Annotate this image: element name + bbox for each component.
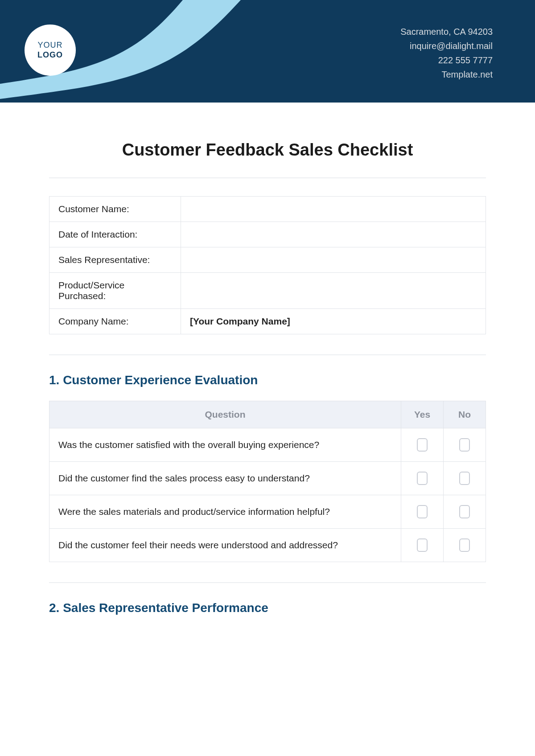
col-no: No bbox=[444, 401, 486, 428]
table-row: Were the sales materials and product/ser… bbox=[49, 495, 486, 529]
divider bbox=[49, 177, 486, 178]
divider bbox=[49, 354, 486, 355]
table-row: Customer Name: bbox=[49, 197, 486, 222]
table-header-row: Question Yes No bbox=[49, 401, 486, 428]
table-row: Did the customer find the sales process … bbox=[49, 462, 486, 495]
question-text: Did the customer find the sales process … bbox=[49, 462, 401, 495]
checkbox-no[interactable] bbox=[459, 472, 470, 485]
table-row: Product/Service Purchased: bbox=[49, 273, 486, 309]
contact-site: Template.net bbox=[400, 67, 493, 82]
info-table: Customer Name: Date of Interaction: Sale… bbox=[49, 196, 486, 334]
checkbox-yes[interactable] bbox=[417, 538, 428, 552]
contact-email: inquire@dialight.mail bbox=[400, 39, 493, 53]
section-heading-2: 2. Sales Representative Performance bbox=[49, 601, 486, 615]
table-row: Was the customer satisfied with the over… bbox=[49, 428, 486, 462]
question-table: Question Yes No Was the customer satisfi… bbox=[49, 401, 486, 562]
document-body: Customer Feedback Sales Checklist Custom… bbox=[0, 103, 535, 615]
col-question: Question bbox=[49, 401, 401, 428]
info-value[interactable] bbox=[181, 273, 486, 309]
checkbox-yes[interactable] bbox=[417, 505, 428, 518]
table-row: Did the customer feel their needs were u… bbox=[49, 529, 486, 562]
divider bbox=[49, 582, 486, 583]
logo-text-line1: YOUR bbox=[37, 41, 62, 50]
checkbox-no[interactable] bbox=[459, 538, 470, 552]
info-label: Product/Service Purchased: bbox=[49, 273, 181, 309]
table-row: Sales Representative: bbox=[49, 247, 486, 273]
contact-address: Sacramento, CA 94203 bbox=[400, 25, 493, 39]
logo-text-line2: LOGO bbox=[37, 50, 63, 60]
checkbox-no[interactable] bbox=[459, 438, 470, 452]
logo-placeholder: YOUR LOGO bbox=[25, 25, 76, 76]
info-label: Customer Name: bbox=[49, 197, 181, 222]
question-text: Were the sales materials and product/ser… bbox=[49, 495, 401, 529]
table-row: Company Name: [Your Company Name] bbox=[49, 309, 486, 334]
col-yes: Yes bbox=[401, 401, 444, 428]
info-value[interactable] bbox=[181, 222, 486, 247]
page-title: Customer Feedback Sales Checklist bbox=[49, 140, 486, 160]
question-text: Was the customer satisfied with the over… bbox=[49, 428, 401, 462]
checkbox-yes[interactable] bbox=[417, 438, 428, 452]
section-heading-1: 1. Customer Experience Evaluation bbox=[49, 373, 486, 387]
contact-block: Sacramento, CA 94203 inquire@dialight.ma… bbox=[400, 25, 493, 82]
header-band: YOUR LOGO Sacramento, CA 94203 inquire@d… bbox=[0, 0, 535, 103]
contact-phone: 222 555 7777 bbox=[400, 53, 493, 67]
info-value[interactable] bbox=[181, 197, 486, 222]
table-row: Date of Interaction: bbox=[49, 222, 486, 247]
checkbox-yes[interactable] bbox=[417, 472, 428, 485]
info-label: Date of Interaction: bbox=[49, 222, 181, 247]
question-text: Did the customer feel their needs were u… bbox=[49, 529, 401, 562]
info-label: Sales Representative: bbox=[49, 247, 181, 273]
checkbox-no[interactable] bbox=[459, 505, 470, 518]
info-value[interactable] bbox=[181, 247, 486, 273]
info-label: Company Name: bbox=[49, 309, 181, 334]
info-value[interactable]: [Your Company Name] bbox=[181, 309, 486, 334]
